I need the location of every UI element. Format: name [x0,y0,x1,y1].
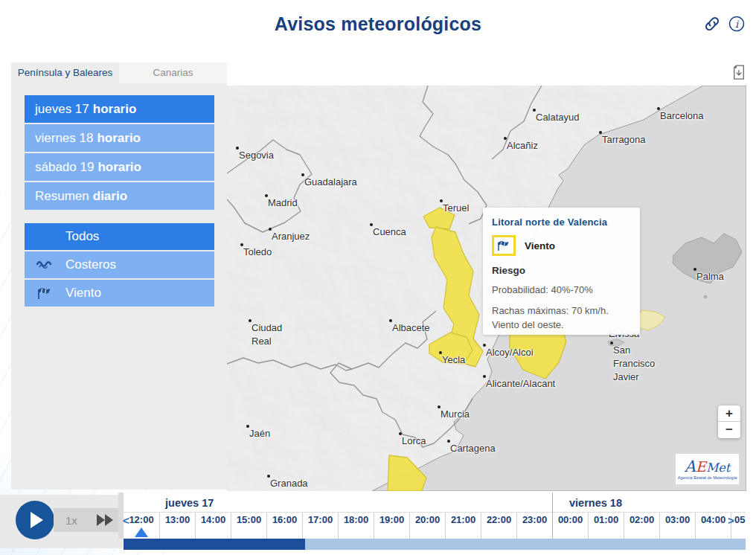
city-label: Lorca [402,434,426,448]
download-icon[interactable] [732,65,746,80]
day-button-label-bold: horario [93,102,137,117]
timeline-scrollbar-thumb[interactable] [124,539,305,550]
zoom-out-button[interactable]: − [718,422,740,437]
city-label: Alicante/Alacant [486,377,555,391]
timeline-next-arrow[interactable]: > [728,514,734,527]
city-label: Granada [270,477,308,490]
day-button-label: Resumen [35,189,89,204]
filter-label: Viento [65,286,101,301]
day-button-jueves-17[interactable]: jueves 17horario [25,95,214,123]
svg-text:i: i [735,19,739,30]
hour-cell-14:00[interactable]: 14:00 [195,512,231,539]
day-buttons: jueves 17horario viernes 18horario sábad… [25,95,214,211]
city-label: Jaén [249,427,270,440]
link-icon[interactable] [703,15,721,33]
filter-button-costeros[interactable]: Costeros [25,251,214,278]
day-button-label: jueves 17 [35,102,89,117]
waves-icon [35,260,54,270]
region-tabs: Península y Baleares Canarias [11,62,227,83]
timeline-scrollbar[interactable] [124,539,746,550]
day-header-jueves: jueves 17 [165,497,214,509]
hour-cell-21:00[interactable]: 21:00 [445,512,481,539]
city-label: Cartagena [450,442,496,455]
hour-cell-22:00[interactable]: 22:00 [481,512,516,539]
city-label: Toledo [243,246,272,259]
timeline-position-marker[interactable] [135,527,148,537]
city-label: Tarragona [602,133,646,147]
day-button-resumen-diario[interactable]: Resumendiario [25,182,214,210]
info-icon[interactable]: i [728,15,746,33]
filter-label: Costeros [65,257,116,272]
aemet-logo: AEMet Agencia Estatal de Meteorología [676,454,739,484]
day-button-label-bold: diario [93,189,127,204]
timeline: 1x jueves 17 viernes 18 12:0013:0014:001… [0,491,756,555]
city-label: Yecla [442,353,465,367]
play-button[interactable] [16,501,54,539]
hour-cell-20:00[interactable]: 20:00 [409,512,445,539]
filter-label: Todos [65,229,99,244]
hour-cell-04:00[interactable]: 04:00 [695,512,731,539]
city-label: Alcañiz [507,139,538,153]
city-label: Madrid [268,196,298,210]
aemet-logo-caption: Agencia Estatal de Meteorología [678,475,737,480]
page-title: Avisos meteorológicos [0,13,756,35]
city-label: Cuenca [373,225,406,239]
map-zoom-control: + − [718,405,740,438]
speed-control[interactable]: 1x [54,508,122,532]
hour-cell-23:00[interactable]: 23:00 [516,512,552,539]
windsock-icon [35,287,54,300]
filter-buttons: Todos Costeros [25,223,214,308]
tab-peninsula-baleares[interactable]: Península y Baleares [11,62,119,83]
city-label: Alcoy/Alcoi [486,346,534,359]
day-button-label: viernes 18 [35,131,93,146]
hour-cell-01:00[interactable]: 01:00 [588,512,624,539]
filter-button-viento[interactable]: Viento [25,280,214,307]
city-label: CiudadReal [252,321,282,348]
windsock-icon [492,235,516,256]
day-button-label: sábado 19 [35,160,94,175]
popup-title: Litoral norte de Valencia [492,216,631,228]
city-label: Barcelona [660,109,704,123]
hour-cell-02:00[interactable]: 02:00 [624,512,659,539]
fast-forward-icon[interactable] [97,514,113,526]
day-button-label-bold: horario [97,131,141,146]
day-separator [552,493,553,539]
play-icon [31,512,43,528]
city-label: Albacete [392,321,430,335]
hour-cell-03:00[interactable]: 03:00 [659,512,695,539]
zoom-in-button[interactable]: + [718,405,740,422]
speed-label: 1x [65,514,97,527]
hour-cell-16:00[interactable]: 16:00 [266,512,302,539]
header: Avisos meteorológicos i [0,0,756,60]
day-header-viernes: viernes 18 [569,497,622,509]
hour-cell-00:00[interactable]: 00:00 [552,512,588,539]
popup-warning-type: Viento [525,240,555,251]
filter-button-todos[interactable]: Todos [25,223,214,250]
popup-risk-level: Riesgo [492,265,631,276]
city-label: Aranjuez [272,230,310,243]
city-label: Calatayud [536,111,580,124]
hour-cell-13:00[interactable]: 13:00 [159,512,195,539]
avisos-app: Avisos meteorológicos i Península y Bale… [0,0,756,555]
timeline-prev-arrow[interactable]: < [123,514,129,527]
popup-description: Rachas máximas: 70 km/h. Viento del oest… [492,304,631,333]
day-button-label-bold: horario [97,160,141,175]
sidebar: Península y Baleares Canarias jueves 17h… [11,62,227,490]
city-label: Segovia [239,149,274,162]
day-button-viernes-18[interactable]: viernes 18horario [25,124,214,152]
day-button-sabado-19[interactable]: sábado 19horario [25,153,214,181]
city-label: SanFranciscoJavier [613,344,655,385]
hour-cell-15:00[interactable]: 15:00 [231,512,266,539]
hour-cell-19:00[interactable]: 19:00 [374,512,409,539]
city-label: Teruel [443,202,469,215]
city-label: Palma [696,270,724,283]
hour-cell-17:00[interactable]: 17:00 [302,512,338,539]
tab-canarias[interactable]: Canarias [119,62,227,83]
popup-probability: Probabilidad: 40%-70% [492,284,631,295]
city-label: Murcia [441,408,470,421]
warning-popup: Litoral norte de Valencia Viento Riesgo … [483,208,640,335]
map-canvas[interactable]: SegoviaCalatayudBarcelonaTarragonaAlcañi… [227,86,746,491]
hour-cell-18:00[interactable]: 18:00 [338,512,374,539]
aemet-logo-text: AEMet [685,459,730,475]
city-label: Guadalajara [304,176,357,189]
